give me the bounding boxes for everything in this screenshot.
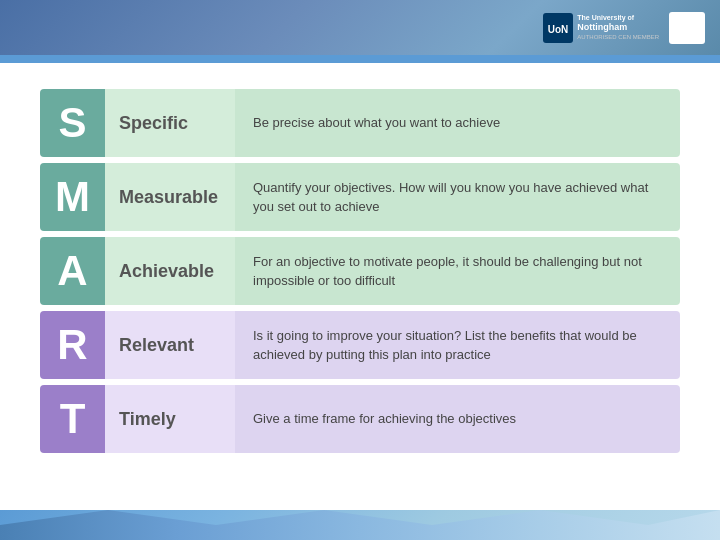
smart-row-m: MMeasurableQuantify your objectives. How… xyxy=(40,163,680,231)
university-logo: UoN The University of Nottingham AUTHORI… xyxy=(543,13,659,43)
uni-icon: UoN xyxy=(543,13,573,43)
desc-cell-a: For an objective to motivate people, it … xyxy=(235,237,680,305)
desc-cell-t: Give a time frame for achieving the obje… xyxy=(235,385,680,453)
desc-cell-r: Is it going to improve your situation? L… xyxy=(235,311,680,379)
smart-row-s: SSpecificBe precise about what you want … xyxy=(40,89,680,157)
smart-row-a: AAchievableFor an objective to motivate … xyxy=(40,237,680,305)
word-cell-r: Relevant xyxy=(105,311,235,379)
word-cell-a: Achievable xyxy=(105,237,235,305)
header: UoN The University of Nottingham AUTHORI… xyxy=(0,0,720,55)
word-cell-t: Timely xyxy=(105,385,235,453)
university-name: The University of Nottingham AUTHORISED … xyxy=(577,13,659,42)
letter-cell-s: S xyxy=(40,89,105,157)
desc-cell-m: Quantify your objectives. How will you k… xyxy=(235,163,680,231)
footer-decoration xyxy=(0,510,720,540)
letter-cell-m: M xyxy=(40,163,105,231)
footer xyxy=(0,510,720,540)
main-content: SSpecificBe precise about what you want … xyxy=(0,63,720,510)
letter-cell-a: A xyxy=(40,237,105,305)
word-cell-m: Measurable xyxy=(105,163,235,231)
smart-table: SSpecificBe precise about what you want … xyxy=(40,83,680,459)
smart-row-t: TTimelyGive a time frame for achieving t… xyxy=(40,385,680,453)
letter-cell-t: T xyxy=(40,385,105,453)
letter-cell-r: R xyxy=(40,311,105,379)
header-logos: UoN The University of Nottingham AUTHORI… xyxy=(543,12,705,44)
primis-logo xyxy=(679,13,695,42)
word-cell-s: Specific xyxy=(105,89,235,157)
smart-row-r: RRelevantIs it going to improve your sit… xyxy=(40,311,680,379)
desc-cell-s: Be precise about what you want to achiev… xyxy=(235,89,680,157)
svg-text:UoN: UoN xyxy=(548,24,569,35)
header-stripe xyxy=(0,55,720,63)
